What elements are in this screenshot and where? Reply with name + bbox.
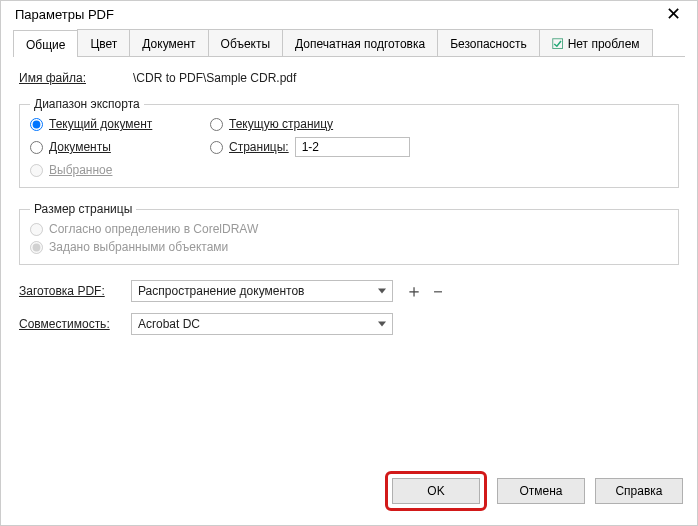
cancel-button[interactable]: Отмена (497, 478, 585, 504)
dialog-footer: OK Отмена Справка (1, 461, 697, 525)
radio-current-doc-input[interactable] (30, 118, 43, 131)
page-size-legend: Размер страницы (30, 202, 136, 216)
radio-current-page-input[interactable] (210, 118, 223, 131)
radio-size-objects-input (30, 241, 43, 254)
compat-label: Совместимость: (19, 317, 131, 331)
preset-remove-icon[interactable]: － (429, 279, 447, 303)
compat-combobox[interactable]: Acrobat DC (131, 313, 393, 335)
tab-prepress-label: Допечатная подготовка (295, 37, 425, 51)
radio-selection-input (30, 164, 43, 177)
radio-size-corel: Согласно определению в CorelDRAW (30, 222, 668, 236)
tab-document-label: Документ (142, 37, 195, 51)
tab-noproblems[interactable]: Нет проблем (539, 29, 653, 56)
window-title: Параметры PDF (15, 7, 114, 22)
tab-general[interactable]: Общие (13, 30, 78, 57)
tab-security[interactable]: Безопасность (437, 29, 540, 56)
titlebar: Параметры PDF ✕ (1, 1, 697, 29)
ok-highlight-ring: OK (385, 471, 487, 511)
dialog-window: Параметры PDF ✕ Общие Цвет Документ Объе… (0, 0, 698, 526)
radio-documents[interactable]: Документы (30, 140, 210, 154)
preset-value: Распространение документов (138, 284, 305, 298)
preset-add-icon[interactable]: ＋ (405, 279, 423, 303)
preset-row: Заготовка PDF: Распространение документо… (19, 279, 679, 303)
radio-selection-label: Выбранное (49, 163, 112, 177)
radio-size-objects-label: Задано выбранными объектами (49, 240, 228, 254)
radio-documents-input[interactable] (30, 141, 43, 154)
tab-color-label: Цвет (90, 37, 117, 51)
filename-row: Имя файла: \CDR to PDF\Sample CDR.pdf (19, 69, 679, 87)
tab-noproblems-label: Нет проблем (568, 37, 640, 51)
svg-rect-0 (552, 38, 562, 48)
compat-row: Совместимость: Acrobat DC (19, 313, 679, 335)
filename-label: Имя файла: (19, 71, 129, 85)
export-range-legend: Диапазон экспорта (30, 97, 144, 111)
radio-current-page[interactable]: Текущую страницу (210, 117, 460, 131)
radio-documents-label: Документы (49, 140, 111, 154)
radio-pages[interactable]: Страницы: (210, 137, 460, 157)
tab-row: Общие Цвет Документ Объекты Допечатная п… (13, 29, 685, 57)
export-range-group: Диапазон экспорта Текущий документ Текущ… (19, 97, 679, 188)
radio-current-doc[interactable]: Текущий документ (30, 117, 210, 131)
preset-label: Заготовка PDF: (19, 284, 131, 298)
page-size-group: Размер страницы Согласно определению в C… (19, 202, 679, 265)
radio-pages-input[interactable] (210, 141, 223, 154)
tab-document[interactable]: Документ (129, 29, 208, 56)
dialog-content: Общие Цвет Документ Объекты Допечатная п… (1, 29, 697, 461)
tab-objects[interactable]: Объекты (208, 29, 284, 56)
radio-pages-label: Страницы: (229, 140, 289, 154)
help-button[interactable]: Справка (595, 478, 683, 504)
radio-size-corel-label: Согласно определению в CorelDRAW (49, 222, 258, 236)
tab-panel-general: Имя файла: \CDR to PDF\Sample CDR.pdf Ди… (13, 57, 685, 349)
tab-objects-label: Объекты (221, 37, 271, 51)
radio-current-page-label: Текущую страницу (229, 117, 333, 131)
check-icon (552, 38, 564, 50)
radio-size-objects: Задано выбранными объектами (30, 240, 668, 254)
ok-button[interactable]: OK (392, 478, 480, 504)
compat-value: Acrobat DC (138, 317, 200, 331)
close-icon[interactable]: ✕ (660, 5, 687, 23)
tab-prepress[interactable]: Допечатная подготовка (282, 29, 438, 56)
radio-current-doc-label: Текущий документ (49, 117, 152, 131)
pages-input[interactable] (295, 137, 410, 157)
filename-value: \CDR to PDF\Sample CDR.pdf (129, 69, 679, 87)
preset-add-remove: ＋ － (405, 279, 447, 303)
tab-color[interactable]: Цвет (77, 29, 130, 56)
tab-general-label: Общие (26, 38, 65, 52)
radio-size-corel-input (30, 223, 43, 236)
preset-combobox[interactable]: Распространение документов (131, 280, 393, 302)
tab-security-label: Безопасность (450, 37, 527, 51)
radio-selection: Выбранное (30, 163, 210, 177)
